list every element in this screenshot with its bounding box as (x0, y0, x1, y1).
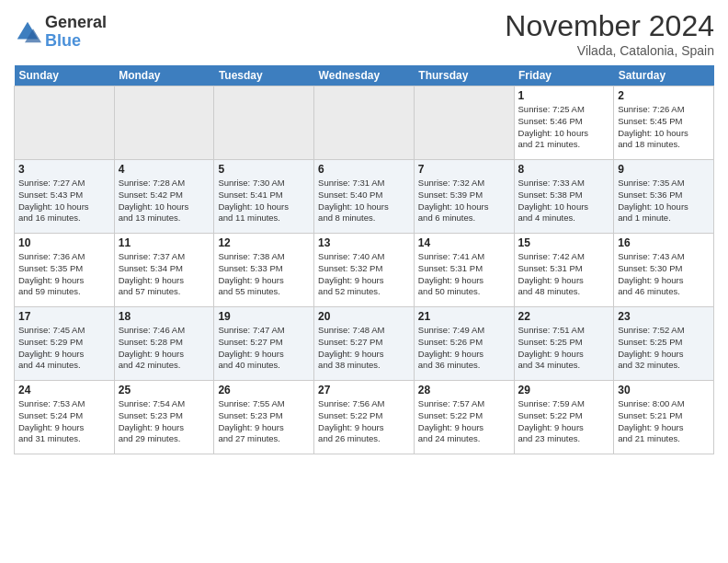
calendar-day (15, 86, 115, 160)
calendar-day: 1Sunrise: 7:25 AM Sunset: 5:46 PM Daylig… (514, 86, 614, 160)
calendar-day: 15Sunrise: 7:42 AM Sunset: 5:31 PM Dayli… (514, 234, 614, 307)
calendar-day: 26Sunrise: 7:55 AM Sunset: 5:23 PM Dayli… (214, 381, 314, 454)
header: General Blue November 2024 Vilada, Catal… (14, 9, 714, 58)
day-number: 3 (18, 163, 110, 176)
day-info: Sunrise: 7:51 AM Sunset: 5:25 PM Dayligh… (518, 325, 610, 372)
calendar-day: 17Sunrise: 7:45 AM Sunset: 5:29 PM Dayli… (15, 307, 115, 381)
weekday-header: Sunday (15, 65, 115, 86)
logo-blue: Blue (45, 32, 107, 51)
calendar-day (214, 86, 314, 160)
day-info: Sunrise: 7:42 AM Sunset: 5:31 PM Dayligh… (518, 251, 610, 298)
day-info: Sunrise: 7:25 AM Sunset: 5:46 PM Dayligh… (518, 104, 610, 151)
calendar-week-row: 17Sunrise: 7:45 AM Sunset: 5:29 PM Dayli… (15, 307, 714, 381)
day-number: 10 (18, 236, 110, 249)
calendar-day: 5Sunrise: 7:30 AM Sunset: 5:41 PM Daylig… (214, 160, 314, 234)
logo: General Blue (14, 14, 107, 51)
day-number: 28 (418, 384, 510, 396)
calendar-day: 6Sunrise: 7:31 AM Sunset: 5:40 PM Daylig… (314, 160, 415, 234)
day-number: 5 (218, 163, 310, 176)
calendar-week-row: 1Sunrise: 7:25 AM Sunset: 5:46 PM Daylig… (15, 86, 714, 160)
day-info: Sunrise: 8:00 AM Sunset: 5:21 PM Dayligh… (618, 398, 710, 445)
calendar-day: 28Sunrise: 7:57 AM Sunset: 5:22 PM Dayli… (414, 381, 514, 454)
day-info: Sunrise: 7:57 AM Sunset: 5:22 PM Dayligh… (418, 398, 510, 445)
day-info: Sunrise: 7:48 AM Sunset: 5:27 PM Dayligh… (318, 325, 410, 372)
day-info: Sunrise: 7:59 AM Sunset: 5:22 PM Dayligh… (518, 398, 610, 445)
day-info: Sunrise: 7:45 AM Sunset: 5:29 PM Dayligh… (18, 325, 110, 372)
day-info: Sunrise: 7:32 AM Sunset: 5:39 PM Dayligh… (418, 178, 510, 224)
calendar-day: 12Sunrise: 7:38 AM Sunset: 5:33 PM Dayli… (214, 234, 314, 307)
weekday-header: Monday (114, 65, 214, 86)
calendar-day: 22Sunrise: 7:51 AM Sunset: 5:25 PM Dayli… (514, 307, 614, 381)
day-number: 13 (318, 236, 410, 249)
day-number: 27 (318, 384, 410, 396)
day-number: 2 (618, 89, 710, 102)
calendar-day: 2Sunrise: 7:26 AM Sunset: 5:45 PM Daylig… (614, 86, 714, 160)
day-number: 29 (518, 384, 610, 396)
day-info: Sunrise: 7:41 AM Sunset: 5:31 PM Dayligh… (418, 251, 510, 298)
day-number: 14 (418, 236, 510, 249)
weekday-header: Saturday (614, 65, 714, 86)
day-number: 8 (518, 163, 610, 176)
day-info: Sunrise: 7:26 AM Sunset: 5:45 PM Dayligh… (618, 104, 710, 151)
weekday-header: Tuesday (214, 65, 314, 86)
calendar-day: 25Sunrise: 7:54 AM Sunset: 5:23 PM Dayli… (114, 381, 214, 454)
logo-general: General (45, 14, 107, 32)
weekday-header: Thursday (414, 65, 514, 86)
day-info: Sunrise: 7:43 AM Sunset: 5:30 PM Dayligh… (618, 251, 710, 298)
calendar-day: 4Sunrise: 7:28 AM Sunset: 5:42 PM Daylig… (114, 160, 214, 234)
day-number: 23 (618, 310, 710, 323)
location: Vilada, Catalonia, Spain (505, 43, 714, 58)
day-info: Sunrise: 7:35 AM Sunset: 5:36 PM Dayligh… (618, 178, 710, 224)
month-title: November 2024 (505, 9, 714, 43)
day-info: Sunrise: 7:40 AM Sunset: 5:32 PM Dayligh… (318, 251, 410, 298)
day-number: 15 (518, 236, 610, 249)
title-area: November 2024 Vilada, Catalonia, Spain (505, 9, 714, 58)
calendar-day: 18Sunrise: 7:46 AM Sunset: 5:28 PM Dayli… (114, 307, 214, 381)
day-info: Sunrise: 7:56 AM Sunset: 5:22 PM Dayligh… (318, 398, 410, 445)
day-number: 24 (18, 384, 110, 396)
day-number: 16 (618, 236, 710, 249)
day-number: 30 (618, 384, 710, 396)
day-info: Sunrise: 7:38 AM Sunset: 5:33 PM Dayligh… (218, 251, 310, 298)
calendar-day: 9Sunrise: 7:35 AM Sunset: 5:36 PM Daylig… (614, 160, 714, 234)
day-number: 21 (418, 310, 510, 323)
weekday-header: Friday (514, 65, 614, 86)
day-info: Sunrise: 7:46 AM Sunset: 5:28 PM Dayligh… (119, 325, 210, 372)
calendar-day (314, 86, 415, 160)
day-number: 4 (119, 163, 210, 176)
calendar-day: 19Sunrise: 7:47 AM Sunset: 5:27 PM Dayli… (214, 307, 314, 381)
calendar-week-row: 10Sunrise: 7:36 AM Sunset: 5:35 PM Dayli… (15, 234, 714, 307)
calendar-day (414, 86, 514, 160)
weekday-header: Wednesday (314, 65, 415, 86)
calendar-day: 13Sunrise: 7:40 AM Sunset: 5:32 PM Dayli… (314, 234, 415, 307)
day-info: Sunrise: 7:30 AM Sunset: 5:41 PM Dayligh… (218, 178, 310, 224)
calendar-week-row: 3Sunrise: 7:27 AM Sunset: 5:43 PM Daylig… (15, 160, 714, 234)
day-number: 22 (518, 310, 610, 323)
day-number: 26 (218, 384, 310, 396)
calendar: SundayMondayTuesdayWednesdayThursdayFrid… (14, 65, 714, 454)
day-info: Sunrise: 7:54 AM Sunset: 5:23 PM Dayligh… (119, 398, 210, 445)
calendar-day: 3Sunrise: 7:27 AM Sunset: 5:43 PM Daylig… (15, 160, 115, 234)
calendar-day: 8Sunrise: 7:33 AM Sunset: 5:38 PM Daylig… (514, 160, 614, 234)
calendar-day: 10Sunrise: 7:36 AM Sunset: 5:35 PM Dayli… (15, 234, 115, 307)
day-number: 7 (418, 163, 510, 176)
calendar-day: 27Sunrise: 7:56 AM Sunset: 5:22 PM Dayli… (314, 381, 415, 454)
day-number: 17 (18, 310, 110, 323)
weekday-header-row: SundayMondayTuesdayWednesdayThursdayFrid… (15, 65, 714, 86)
day-info: Sunrise: 7:55 AM Sunset: 5:23 PM Dayligh… (218, 398, 310, 445)
day-number: 19 (218, 310, 310, 323)
calendar-day: 23Sunrise: 7:52 AM Sunset: 5:25 PM Dayli… (614, 307, 714, 381)
day-info: Sunrise: 7:33 AM Sunset: 5:38 PM Dayligh… (518, 178, 610, 224)
calendar-day: 7Sunrise: 7:32 AM Sunset: 5:39 PM Daylig… (414, 160, 514, 234)
calendar-day (114, 86, 214, 160)
day-number: 12 (218, 236, 310, 249)
calendar-day: 21Sunrise: 7:49 AM Sunset: 5:26 PM Dayli… (414, 307, 514, 381)
calendar-day: 20Sunrise: 7:48 AM Sunset: 5:27 PM Dayli… (314, 307, 415, 381)
day-number: 11 (119, 236, 210, 249)
day-info: Sunrise: 7:27 AM Sunset: 5:43 PM Dayligh… (18, 178, 110, 224)
day-number: 18 (119, 310, 210, 323)
calendar-day: 24Sunrise: 7:53 AM Sunset: 5:24 PM Dayli… (15, 381, 115, 454)
calendar-day: 14Sunrise: 7:41 AM Sunset: 5:31 PM Dayli… (414, 234, 514, 307)
day-number: 25 (119, 384, 210, 396)
logo-icon (14, 18, 41, 46)
